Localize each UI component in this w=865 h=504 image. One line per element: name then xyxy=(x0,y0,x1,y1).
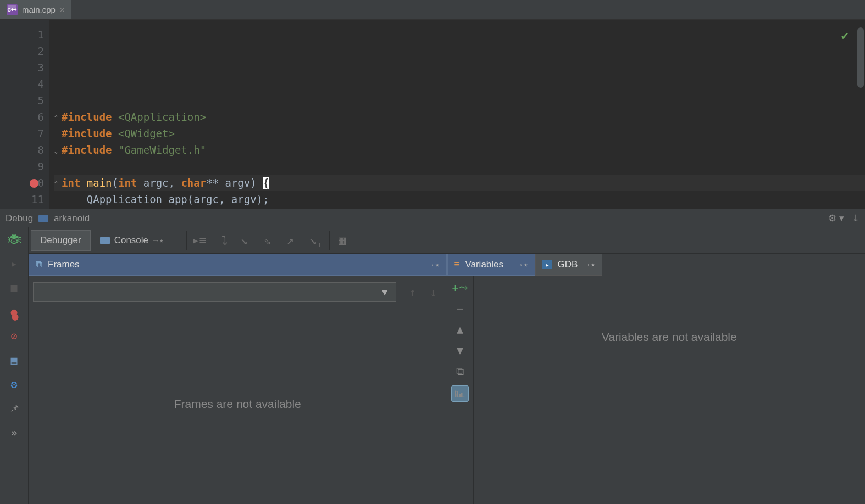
console-tab[interactable]: Console →٭ xyxy=(91,230,173,251)
download-icon[interactable]: ⤓ xyxy=(852,212,860,224)
step-into-icon[interactable]: ↘ xyxy=(235,231,253,250)
code-line[interactable]: QApplication app(argc, argv); xyxy=(54,191,865,208)
move-down-icon[interactable]: ▼ xyxy=(457,344,463,357)
copy-icon[interactable]: ⧉ xyxy=(456,365,464,378)
add-watch-icon[interactable]: +⤳ xyxy=(452,281,468,294)
close-tab-icon[interactable]: × xyxy=(60,5,64,14)
code-line[interactable]: ⌄#include "GameWidget.h" xyxy=(54,142,865,158)
stepping-toolbar: ▸≡ ⤵ ↘ ⇘ ↗ ↘I ▦ xyxy=(173,231,348,250)
layout-icon[interactable]: ▤ xyxy=(7,354,22,367)
variables-toolbar: +⤳ − ▲ ▼ ⧉ 📊︎ xyxy=(447,276,474,504)
variables-icon: ≡ xyxy=(454,259,460,270)
file-tab-main-cpp[interactable]: C++ main.cpp × xyxy=(0,0,71,19)
run-config-name: arkanoid xyxy=(54,213,90,224)
debug-tool-window-header: Debug arkanoid ⚙︎ ▾ ⤓ xyxy=(0,209,865,227)
debug-rerun-icon[interactable]: 🐞︎ xyxy=(7,233,22,246)
editor-gutter: 123456789101112 xyxy=(0,20,49,209)
resume-icon[interactable]: ▸ xyxy=(7,257,22,270)
next-frame-icon[interactable]: ↓ xyxy=(425,283,442,301)
debug-left-sidebar: 🐞︎ ▸ ■ ●● ⊘ ▤ ⚙︎ 📌︎ » xyxy=(0,227,29,504)
debug-label: Debug xyxy=(5,213,33,224)
editor-tab-bar: C++ main.cpp × xyxy=(0,0,865,20)
show-execution-point-icon[interactable]: ▸≡ xyxy=(186,231,205,250)
force-step-into-icon[interactable]: ⇘ xyxy=(258,231,276,250)
code-area[interactable]: ✔ ⌃#include <QApplication>#include <QWid… xyxy=(49,20,865,209)
mute-breakpoints-icon[interactable]: ⊘ xyxy=(7,329,22,343)
debug-tabs: Debugger Console →٭ ▸≡ ⤵ ↘ ⇘ ↗ ↘I ▦ xyxy=(29,227,865,254)
cpp-file-icon: C++ xyxy=(7,4,18,15)
prev-frame-icon[interactable]: ↑ xyxy=(404,283,422,301)
variables-tab[interactable]: ≡ Variables →٭ xyxy=(447,254,535,276)
gdb-tab[interactable]: ▸ GDB →٭ xyxy=(535,254,603,276)
debugger-tab[interactable]: Debugger xyxy=(31,230,91,251)
frames-icon: ⧉ xyxy=(36,259,42,270)
debug-body: ⧉ Frames →٭ ▼ ↑ ↓ Frames are not availab… xyxy=(29,254,865,504)
step-over-icon[interactable]: ⤵ xyxy=(212,231,230,250)
console-icon xyxy=(100,237,110,244)
code-line[interactable]: ⌃int main(int argc, char** argv) { xyxy=(54,175,865,191)
breakpoints-icon[interactable]: ●● xyxy=(7,305,22,318)
frames-panel: ⧉ Frames →٭ ▼ ↑ ↓ Frames are not availab… xyxy=(29,254,447,504)
pin-icon[interactable]: 📌︎ xyxy=(7,402,22,415)
code-line[interactable]: GameWidget w(nullptr); xyxy=(54,208,865,209)
debug-panel: 🐞︎ ▸ ■ ●● ⊘ ▤ ⚙︎ 📌︎ » Debugger Console →… xyxy=(0,227,865,504)
frames-empty-message: Frames are not available xyxy=(29,304,447,504)
gear-icon[interactable]: ⚙︎ ▾ xyxy=(828,212,844,224)
dropdown-arrow-icon[interactable]: ▼ xyxy=(374,283,396,301)
code-editor[interactable]: 123456789101112 ✔ ⌃#include <QApplicatio… xyxy=(0,20,865,209)
more-icon[interactable]: » xyxy=(7,426,22,439)
detach-vars-icon[interactable]: →٭ xyxy=(516,260,528,269)
right-panels: ≡ Variables →٭ ▸ GDB →٭ +⤳ − ▲ xyxy=(447,254,866,504)
frames-header[interactable]: ⧉ Frames →٭ xyxy=(29,254,447,276)
vertical-scrollbar[interactable] xyxy=(857,27,864,88)
stop-icon[interactable]: ■ xyxy=(7,281,22,294)
move-up-icon[interactable]: ▲ xyxy=(457,323,463,336)
tab-filename: main.cpp xyxy=(22,5,56,14)
code-line[interactable]: #include <QWidget> xyxy=(54,125,865,142)
variables-empty-message: Variables are not available xyxy=(474,276,866,504)
code-line[interactable] xyxy=(54,92,865,109)
breakpoint-icon[interactable] xyxy=(30,179,38,188)
remove-watch-icon[interactable]: − xyxy=(457,302,463,315)
frames-controls: ▼ ↑ ↓ xyxy=(29,276,447,304)
run-config-icon xyxy=(38,215,48,222)
code-line[interactable] xyxy=(54,158,865,175)
inspection-ok-icon: ✔ xyxy=(841,27,849,44)
show-watches-icon[interactable]: 📊︎ xyxy=(451,385,469,402)
step-out-icon[interactable]: ↗ xyxy=(281,231,300,250)
variables-gdb-tabs: ≡ Variables →٭ ▸ GDB →٭ xyxy=(447,254,866,276)
debug-main: Debugger Console →٭ ▸≡ ⤵ ↘ ⇘ ↗ ↘I ▦ ⧉ xyxy=(29,227,865,504)
thread-selector[interactable]: ▼ xyxy=(33,282,396,302)
settings-gear-icon[interactable]: ⚙︎ xyxy=(7,378,22,391)
detach-icon[interactable]: →٭ xyxy=(428,260,440,269)
gdb-icon: ▸ xyxy=(542,260,552,269)
detach-gdb-icon[interactable]: →٭ xyxy=(583,260,595,269)
code-line[interactable]: ⌃#include <QApplication> xyxy=(54,109,865,125)
run-to-cursor-icon[interactable]: ↘I xyxy=(304,231,323,250)
evaluate-expression-icon[interactable]: ▦ xyxy=(329,231,348,250)
